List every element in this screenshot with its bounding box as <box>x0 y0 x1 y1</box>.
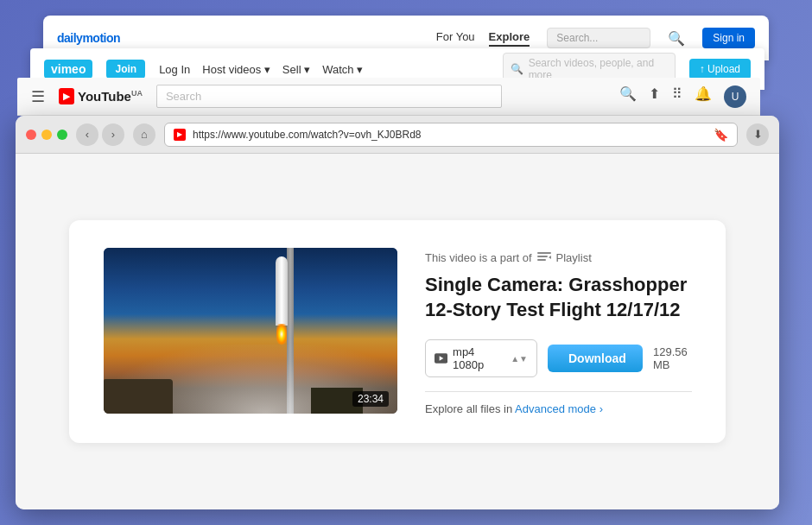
close-button[interactable] <box>26 130 36 140</box>
svg-marker-3 <box>549 256 551 259</box>
svg-rect-1 <box>537 256 548 257</box>
playlist-label: This video is a part of Playlist <box>425 251 692 264</box>
structure-left <box>104 379 173 414</box>
download-row: mp4 1080p ▲▼ Download 129.56 MB <box>425 339 692 377</box>
playlist-icon <box>537 252 551 262</box>
forward-button[interactable]: › <box>102 123 124 146</box>
yt-toolbar-icons: 🔍 ⬆ ⠿ 🔔 U <box>619 85 746 108</box>
yt-logo-text: YouTubeUA <box>78 89 143 104</box>
yt-search-icon[interactable]: 🔍 <box>619 85 637 108</box>
dm-search-input[interactable]: Search... <box>547 28 650 48</box>
maximize-button[interactable] <box>57 130 67 140</box>
format-label: mp4 1080p <box>453 345 505 371</box>
yt-bell-icon[interactable]: 🔔 <box>695 85 712 108</box>
yt-account-icon[interactable]: U <box>724 85 746 108</box>
video-thumbnail: 23:34 <box>104 248 397 414</box>
bookmark-icon[interactable]: 🔖 <box>714 128 728 142</box>
format-icon <box>435 353 447 364</box>
video-info: This video is a part of Playlist Single … <box>425 248 692 415</box>
video-title: Single Camera: Grasshopper 12-Story Test… <box>425 273 692 322</box>
download-card: 23:34 This video is a part of Playlist S… <box>69 220 726 443</box>
dm-search-icon[interactable]: 🔍 <box>668 30 685 47</box>
duration-badge: 23:34 <box>352 391 389 407</box>
yt-menu-icon[interactable]: ☰ <box>31 87 45 106</box>
vimeo-sell[interactable]: Sell ▾ <box>282 63 310 76</box>
yt-apps-icon[interactable]: ⠿ <box>672 85 682 108</box>
dailymotion-logo: dailymotion <box>57 31 120 45</box>
thumb-image <box>104 248 397 414</box>
browser-window: ‹ › ⌂ ▶ https://www.youtube.com/watch?v=… <box>16 116 779 509</box>
file-size-label: 129.56 MB <box>653 345 692 371</box>
advanced-mode-anchor[interactable]: Advanced mode › <box>515 402 603 415</box>
dm-nav-explore[interactable]: Explore <box>489 30 530 47</box>
url-text: https://www.youtube.com/watch?v=ovh_KJ0B… <box>193 129 707 141</box>
vimeo-search-icon: 🔍 <box>511 63 523 75</box>
youtube-topbar: ☰ ▶ YouTubeUA Search 🔍 ⬆ ⠿ 🔔 U <box>17 78 760 116</box>
dm-signin-button[interactable]: Sign in <box>702 28 755 48</box>
browser-content: 23:34 This video is a part of Playlist S… <box>16 154 779 509</box>
format-selector[interactable]: mp4 1080p ▲▼ <box>425 339 537 377</box>
back-button[interactable]: ‹ <box>76 123 98 146</box>
yt-ua-label: UA <box>131 89 143 98</box>
home-button[interactable]: ⌂ <box>133 123 155 146</box>
yt-search-placeholder: Search <box>166 90 201 103</box>
playlist-label-text: This video is a part of <box>425 251 532 264</box>
advanced-mode-link: Explore all files in Advanced mode › <box>425 402 692 415</box>
svg-rect-2 <box>537 259 546 261</box>
dailymotion-nav: For You Explore <box>436 30 530 47</box>
yt-search-input[interactable]: Search <box>156 85 502 108</box>
browser-download-icon[interactable]: ⬇ <box>746 123 769 146</box>
vimeo-watch[interactable]: Watch ▾ <box>322 63 363 76</box>
vimeo-logo: vimeo <box>44 60 92 79</box>
url-bar[interactable]: ▶ https://www.youtube.com/watch?v=ovh_KJ… <box>164 123 738 147</box>
vimeo-host[interactable]: Host videos ▾ <box>202 63 270 76</box>
traffic-lights <box>26 130 67 140</box>
download-button[interactable]: Download <box>548 345 643 372</box>
yt-logo-wrap: ▶ YouTubeUA <box>59 88 143 104</box>
browser-chrome: ‹ › ⌂ ▶ https://www.youtube.com/watch?v=… <box>16 116 779 154</box>
svg-rect-0 <box>537 252 551 254</box>
youtube-favicon: ▶ <box>174 129 186 141</box>
nav-buttons: ‹ › <box>76 123 124 146</box>
yt-upload-icon[interactable]: ⬆ <box>649 85 660 108</box>
vimeo-upload-button[interactable]: ↑ Upload <box>689 59 751 79</box>
rocket-body <box>276 256 288 326</box>
vimeo-join-button[interactable]: Join <box>106 60 145 79</box>
dm-nav-foryou[interactable]: For You <box>436 30 475 47</box>
rocket-flame <box>276 324 287 345</box>
yt-logo-icon: ▶ <box>59 88 74 104</box>
vimeo-login[interactable]: Log In <box>159 63 190 76</box>
divider <box>425 391 692 392</box>
format-dropdown-arrow: ▲▼ <box>511 354 528 364</box>
playlist-word: Playlist <box>556 251 592 264</box>
vimeo-nav: Log In Host videos ▾ Sell ▾ Watch ▾ <box>159 63 363 76</box>
minimize-button[interactable] <box>41 130 52 140</box>
